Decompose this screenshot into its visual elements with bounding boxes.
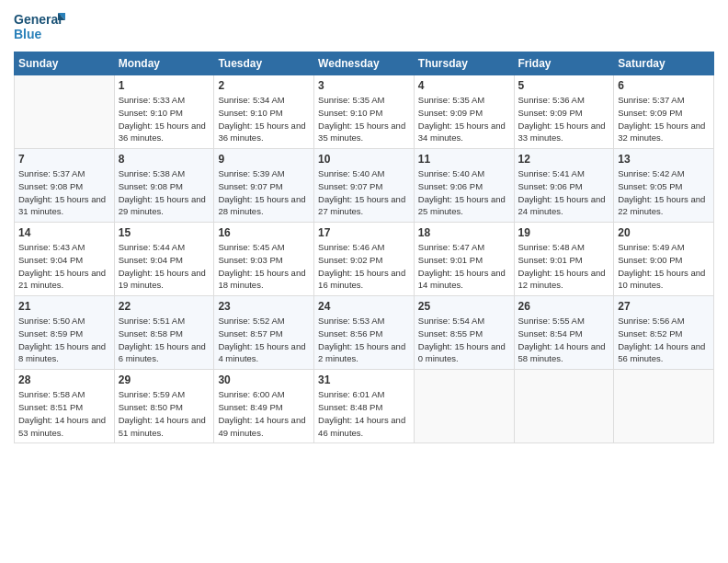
calendar-cell: 28Sunrise: 5:58 AMSunset: 8:51 PMDayligh… bbox=[15, 370, 115, 443]
day-number: 21 bbox=[18, 300, 110, 313]
svg-text:Blue: Blue bbox=[14, 27, 42, 41]
header-day-saturday: Saturday bbox=[614, 52, 714, 75]
day-number: 13 bbox=[618, 153, 710, 166]
header-day-tuesday: Tuesday bbox=[214, 52, 314, 75]
day-info: Sunrise: 5:55 AMSunset: 8:54 PMDaylight:… bbox=[518, 315, 610, 365]
calendar-cell: 11Sunrise: 5:40 AMSunset: 9:06 PMDayligh… bbox=[414, 149, 514, 223]
header-row: SundayMondayTuesdayWednesdayThursdayFrid… bbox=[15, 52, 714, 75]
page: GeneralBlue SundayMondayTuesdayWednesday… bbox=[0, 0, 728, 563]
day-number: 14 bbox=[18, 226, 110, 239]
calendar-cell: 9Sunrise: 5:39 AMSunset: 9:07 PMDaylight… bbox=[214, 149, 314, 223]
calendar-cell: 3Sunrise: 5:35 AMSunset: 9:10 PMDaylight… bbox=[314, 75, 415, 149]
week-row-3: 14Sunrise: 5:43 AMSunset: 9:04 PMDayligh… bbox=[15, 223, 714, 296]
day-number: 19 bbox=[518, 226, 610, 239]
day-number: 22 bbox=[119, 300, 210, 313]
header-day-sunday: Sunday bbox=[15, 52, 115, 75]
day-info: Sunrise: 5:40 AMSunset: 9:07 PMDaylight:… bbox=[318, 167, 410, 218]
calendar-cell: 10Sunrise: 5:40 AMSunset: 9:07 PMDayligh… bbox=[314, 149, 415, 223]
calendar-cell: 26Sunrise: 5:55 AMSunset: 8:54 PMDayligh… bbox=[514, 296, 614, 370]
day-number: 31 bbox=[318, 373, 410, 386]
calendar-cell bbox=[15, 75, 115, 149]
day-info: Sunrise: 5:51 AMSunset: 8:58 PMDaylight:… bbox=[119, 315, 210, 365]
header: GeneralBlue bbox=[14, 9, 714, 46]
day-number: 10 bbox=[318, 153, 410, 166]
day-number: 6 bbox=[618, 79, 710, 92]
calendar-cell: 31Sunrise: 6:01 AMSunset: 8:48 PMDayligh… bbox=[314, 370, 415, 443]
calendar-cell: 17Sunrise: 5:46 AMSunset: 9:02 PMDayligh… bbox=[314, 223, 415, 296]
header-day-friday: Friday bbox=[514, 52, 614, 75]
day-number: 4 bbox=[418, 79, 510, 92]
day-number: 9 bbox=[218, 153, 310, 166]
day-number: 27 bbox=[618, 300, 710, 313]
day-number: 30 bbox=[218, 373, 310, 386]
calendar-cell: 2Sunrise: 5:34 AMSunset: 9:10 PMDaylight… bbox=[214, 75, 314, 149]
day-number: 1 bbox=[119, 79, 210, 92]
calendar-cell: 6Sunrise: 5:37 AMSunset: 9:09 PMDaylight… bbox=[614, 75, 714, 149]
calendar-cell: 13Sunrise: 5:42 AMSunset: 9:05 PMDayligh… bbox=[614, 149, 714, 223]
day-info: Sunrise: 5:38 AMSunset: 9:08 PMDaylight:… bbox=[119, 167, 210, 218]
day-number: 24 bbox=[318, 300, 410, 313]
day-number: 28 bbox=[18, 373, 110, 386]
day-number: 3 bbox=[318, 79, 410, 92]
week-row-4: 21Sunrise: 5:50 AMSunset: 8:59 PMDayligh… bbox=[15, 296, 714, 370]
day-info: Sunrise: 5:45 AMSunset: 9:03 PMDaylight:… bbox=[218, 241, 310, 292]
day-number: 17 bbox=[318, 226, 410, 239]
day-info: Sunrise: 5:41 AMSunset: 9:06 PMDaylight:… bbox=[518, 167, 610, 218]
calendar-cell: 7Sunrise: 5:37 AMSunset: 9:08 PMDaylight… bbox=[15, 149, 115, 223]
calendar-cell: 14Sunrise: 5:43 AMSunset: 9:04 PMDayligh… bbox=[15, 223, 115, 296]
day-info: Sunrise: 5:42 AMSunset: 9:05 PMDaylight:… bbox=[618, 167, 710, 218]
day-info: Sunrise: 5:46 AMSunset: 9:02 PMDaylight:… bbox=[318, 241, 410, 292]
day-number: 12 bbox=[518, 153, 610, 166]
header-day-monday: Monday bbox=[114, 52, 214, 75]
day-number: 29 bbox=[119, 373, 210, 386]
day-info: Sunrise: 5:37 AMSunset: 9:08 PMDaylight:… bbox=[18, 167, 110, 218]
day-number: 23 bbox=[218, 300, 310, 313]
calendar-cell: 16Sunrise: 5:45 AMSunset: 9:03 PMDayligh… bbox=[214, 223, 314, 296]
logo: GeneralBlue bbox=[14, 9, 69, 46]
day-info: Sunrise: 5:43 AMSunset: 9:04 PMDaylight:… bbox=[18, 241, 110, 292]
day-number: 5 bbox=[518, 79, 610, 92]
day-info: Sunrise: 5:44 AMSunset: 9:04 PMDaylight:… bbox=[119, 241, 210, 292]
calendar-cell bbox=[514, 370, 614, 443]
day-info: Sunrise: 5:59 AMSunset: 8:50 PMDaylight:… bbox=[119, 388, 210, 439]
calendar-cell: 18Sunrise: 5:47 AMSunset: 9:01 PMDayligh… bbox=[414, 223, 514, 296]
header-day-wednesday: Wednesday bbox=[314, 52, 415, 75]
day-info: Sunrise: 6:00 AMSunset: 8:49 PMDaylight:… bbox=[218, 388, 310, 439]
day-info: Sunrise: 5:49 AMSunset: 9:00 PMDaylight:… bbox=[618, 241, 710, 292]
calendar-cell: 23Sunrise: 5:52 AMSunset: 8:57 PMDayligh… bbox=[214, 296, 314, 370]
day-info: Sunrise: 5:37 AMSunset: 9:09 PMDaylight:… bbox=[618, 94, 710, 144]
calendar-cell: 19Sunrise: 5:48 AMSunset: 9:01 PMDayligh… bbox=[514, 223, 614, 296]
day-info: Sunrise: 5:48 AMSunset: 9:01 PMDaylight:… bbox=[518, 241, 610, 292]
calendar-cell: 24Sunrise: 5:53 AMSunset: 8:56 PMDayligh… bbox=[314, 296, 415, 370]
calendar-cell bbox=[614, 370, 714, 443]
day-info: Sunrise: 5:58 AMSunset: 8:51 PMDaylight:… bbox=[18, 388, 110, 439]
calendar-cell bbox=[414, 370, 514, 443]
day-info: Sunrise: 5:33 AMSunset: 9:10 PMDaylight:… bbox=[119, 94, 210, 144]
day-number: 7 bbox=[18, 153, 110, 166]
day-info: Sunrise: 5:34 AMSunset: 9:10 PMDaylight:… bbox=[218, 94, 310, 144]
svg-text:General: General bbox=[14, 12, 62, 27]
day-number: 8 bbox=[119, 153, 210, 166]
day-info: Sunrise: 5:35 AMSunset: 9:10 PMDaylight:… bbox=[318, 94, 410, 144]
day-info: Sunrise: 5:52 AMSunset: 8:57 PMDaylight:… bbox=[218, 315, 310, 365]
day-info: Sunrise: 6:01 AMSunset: 8:48 PMDaylight:… bbox=[318, 388, 410, 439]
day-info: Sunrise: 5:36 AMSunset: 9:09 PMDaylight:… bbox=[518, 94, 610, 144]
day-number: 11 bbox=[418, 153, 510, 166]
day-info: Sunrise: 5:50 AMSunset: 8:59 PMDaylight:… bbox=[18, 315, 110, 365]
day-number: 16 bbox=[218, 226, 310, 239]
day-number: 2 bbox=[218, 79, 310, 92]
day-info: Sunrise: 5:54 AMSunset: 8:55 PMDaylight:… bbox=[418, 315, 510, 365]
calendar-cell: 4Sunrise: 5:35 AMSunset: 9:09 PMDaylight… bbox=[414, 75, 514, 149]
calendar-cell: 5Sunrise: 5:36 AMSunset: 9:09 PMDaylight… bbox=[514, 75, 614, 149]
day-number: 20 bbox=[618, 226, 710, 239]
calendar-cell: 1Sunrise: 5:33 AMSunset: 9:10 PMDaylight… bbox=[114, 75, 214, 149]
calendar-cell: 12Sunrise: 5:41 AMSunset: 9:06 PMDayligh… bbox=[514, 149, 614, 223]
day-info: Sunrise: 5:39 AMSunset: 9:07 PMDaylight:… bbox=[218, 167, 310, 218]
day-info: Sunrise: 5:53 AMSunset: 8:56 PMDaylight:… bbox=[318, 315, 410, 365]
calendar-cell: 22Sunrise: 5:51 AMSunset: 8:58 PMDayligh… bbox=[114, 296, 214, 370]
calendar-cell: 25Sunrise: 5:54 AMSunset: 8:55 PMDayligh… bbox=[414, 296, 514, 370]
day-info: Sunrise: 5:35 AMSunset: 9:09 PMDaylight:… bbox=[418, 94, 510, 144]
day-number: 15 bbox=[119, 226, 210, 239]
calendar-cell: 8Sunrise: 5:38 AMSunset: 9:08 PMDaylight… bbox=[114, 149, 214, 223]
calendar-cell: 21Sunrise: 5:50 AMSunset: 8:59 PMDayligh… bbox=[15, 296, 115, 370]
